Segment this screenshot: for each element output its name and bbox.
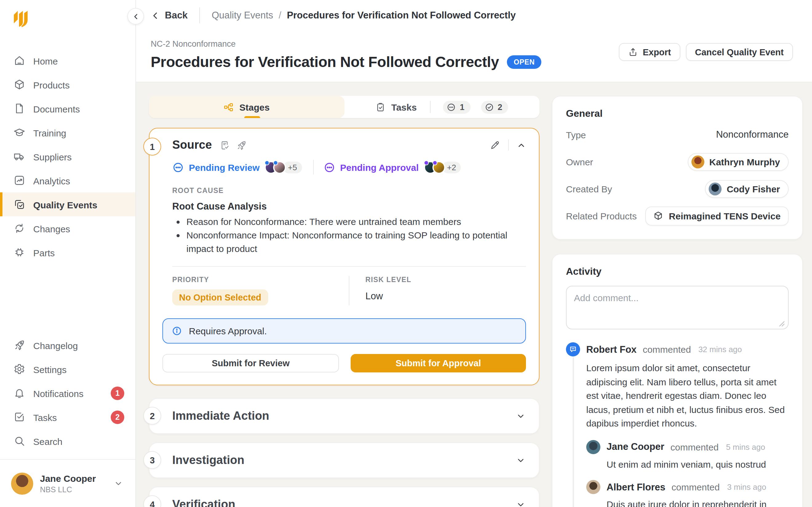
- avatar: [432, 161, 445, 174]
- sidebar-item-label: Documents: [33, 104, 80, 113]
- user-avatar: [11, 472, 33, 494]
- priority-risk-divider: [349, 276, 349, 305]
- content-area: Stages Tasks 1 2: [136, 82, 812, 507]
- created-by-name: Cody Fisher: [727, 183, 780, 194]
- sidebar-item-label: Home: [33, 56, 58, 65]
- pending-tasks-chip[interactable]: 1: [443, 101, 470, 113]
- breadcrumb: Quality Events / Procedures for Verifica…: [212, 10, 516, 21]
- sidebar-item-suppliers[interactable]: Suppliers: [0, 145, 135, 168]
- chevron-down-icon[interactable]: [516, 411, 525, 420]
- breadcrumb-separator: /: [278, 10, 282, 21]
- status-dot: [423, 160, 428, 165]
- sidebar-item-training[interactable]: Training: [0, 120, 135, 145]
- user-name: Jane Cooper: [40, 473, 96, 483]
- sidebar: Home Products Documents Training Supplie…: [0, 0, 136, 507]
- chevron-up-icon[interactable]: [517, 140, 526, 150]
- sidebar-item-quality-events[interactable]: Quality Events: [0, 192, 135, 216]
- chevron-down-icon[interactable]: [516, 500, 525, 507]
- comment-time: 5 mins ago: [726, 442, 765, 451]
- status-divider: [313, 160, 314, 174]
- check-circle-icon: [485, 102, 494, 112]
- chevron-down-icon: [114, 479, 123, 488]
- submit-for-review-button[interactable]: Submit for Review: [162, 354, 339, 372]
- completed-tasks-chip[interactable]: 2: [481, 101, 508, 113]
- created-by-pill[interactable]: Cody Fisher: [705, 180, 789, 198]
- quality-events-icon: [13, 199, 25, 210]
- active-tab-indicator: [244, 116, 260, 118]
- owner-label: Owner: [566, 156, 593, 167]
- export-button[interactable]: Export: [619, 43, 680, 61]
- chevron-left-icon: [132, 13, 139, 20]
- pending-count: 1: [460, 102, 464, 112]
- stage-title: Immediate Action: [172, 409, 269, 422]
- comment-action: commented: [670, 442, 719, 452]
- risk-level-label: RISK LEVEL: [365, 276, 411, 283]
- comment-action: commented: [671, 482, 720, 493]
- related-product-pill[interactable]: Reimagined TENS Device: [646, 206, 789, 225]
- pending-approval-label: Pending Approval: [340, 162, 419, 172]
- tab-stages[interactable]: Stages: [149, 96, 344, 118]
- sidebar-item-label: Changes: [33, 223, 70, 233]
- sidebar-item-settings[interactable]: Settings: [0, 357, 135, 381]
- export-label: Export: [643, 47, 671, 57]
- cancel-quality-event-button[interactable]: Cancel Quality Event: [686, 43, 793, 61]
- tasks-badge: 2: [111, 410, 124, 424]
- sidebar-item-tasks[interactable]: Tasks 2: [0, 405, 135, 429]
- risk-level-value: Low: [365, 290, 411, 301]
- export-icon: [628, 47, 638, 57]
- status-dot: [264, 160, 269, 165]
- comment-time: 3 mins ago: [727, 483, 766, 492]
- title-bar: NC-2 Nonconformance Procedures for Verif…: [136, 31, 812, 82]
- sidebar-item-label: Suppliers: [33, 152, 72, 161]
- cancel-label: Cancel Quality Event: [695, 47, 784, 57]
- sidebar-item-label: Settings: [33, 364, 66, 374]
- app-logo[interactable]: [0, 0, 135, 27]
- resize-handle-icon[interactable]: [779, 321, 785, 327]
- sidebar-footer-nav: Changelog Settings Notifications 1 Tasks…: [0, 333, 135, 459]
- cube-icon: [654, 211, 663, 221]
- sidebar-item-home[interactable]: Home: [0, 49, 135, 72]
- edit-pencil-icon[interactable]: [490, 140, 500, 150]
- chevron-down-icon[interactable]: [516, 455, 525, 465]
- back-button[interactable]: Back: [151, 10, 188, 21]
- search-icon: [13, 435, 25, 447]
- sidebar-nav: Home Products Documents Training Supplie…: [0, 49, 135, 264]
- sidebar-item-documents[interactable]: Documents: [0, 97, 135, 120]
- sidebar-item-changelog[interactable]: Changelog: [0, 333, 135, 357]
- comment-text: Ut enim ad minim veniam, quis nostrud: [607, 457, 789, 471]
- sidebar-collapse-button[interactable]: [128, 8, 144, 24]
- sidebar-item-products[interactable]: Products: [0, 72, 135, 97]
- stage-card-investigation[interactable]: 3 Investigation: [149, 442, 540, 478]
- sidebar-item-label: Search: [33, 436, 62, 446]
- breadcrumb-parent[interactable]: Quality Events: [212, 10, 273, 21]
- priority-risk-row: PRIORITY No Option Selected RISK LEVEL L…: [172, 276, 526, 305]
- created-by-label: Created By: [566, 183, 612, 194]
- sidebar-item-label: Parts: [33, 247, 55, 257]
- sidebar-item-analytics[interactable]: Analytics: [0, 168, 135, 192]
- comment-author: Robert Fox: [586, 344, 637, 355]
- user-menu[interactable]: Jane Cooper NBS LLC: [0, 459, 135, 507]
- stage-card-verification[interactable]: 4 Verification: [149, 487, 540, 507]
- owner-pill[interactable]: Kathryn Murphy: [688, 153, 789, 171]
- breadcrumb-current: Procedures for Verification Not Followed…: [287, 10, 516, 21]
- submit-for-approval-button[interactable]: Submit for Approval: [351, 354, 526, 372]
- pending-approval-status[interactable]: Pending Approval +2: [323, 160, 462, 174]
- completed-count: 2: [498, 102, 502, 112]
- rocket-icon: [13, 339, 25, 351]
- stage-number: 3: [143, 451, 161, 469]
- priority-value-chip[interactable]: No Option Selected: [172, 289, 268, 305]
- sidebar-item-label: Notifications: [33, 388, 83, 398]
- sidebar-item-notifications[interactable]: Notifications 1: [0, 381, 135, 405]
- section-divider: [172, 266, 526, 266]
- comment-input[interactable]: [566, 286, 789, 329]
- sidebar-item-search[interactable]: Search: [0, 429, 135, 453]
- sidebar-item-changes[interactable]: Changes: [0, 216, 135, 240]
- stage-title: Verification: [172, 498, 235, 507]
- brand-logo-icon: [13, 10, 28, 27]
- stage-card-immediate-action[interactable]: 2 Immediate Action: [149, 398, 540, 434]
- sidebar-item-parts[interactable]: Parts: [0, 240, 135, 264]
- general-row-created-by: Created By Cody Fisher: [566, 177, 789, 200]
- pending-review-status[interactable]: Pending Review +5: [172, 160, 303, 174]
- comment-thread: Robert Fox commented 32 mins ago Lorem i…: [566, 342, 789, 507]
- tab-tasks[interactable]: Tasks 1 2: [344, 96, 540, 118]
